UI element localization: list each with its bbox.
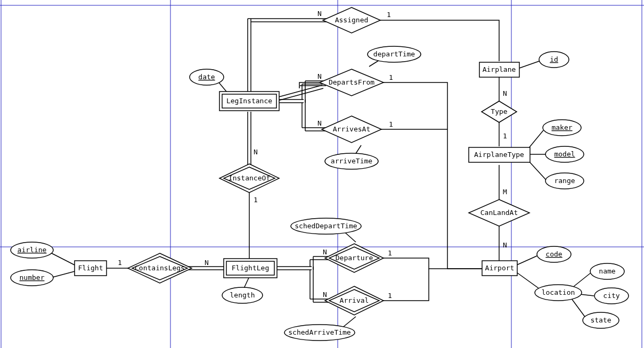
svg-text:Airplane: Airplane [483, 65, 516, 73]
attr-arrivetime: arriveTime [325, 153, 378, 169]
edges: 1 N 1 N N N [51, 10, 594, 331]
entity-leginstance: LegInstance [219, 92, 279, 111]
rel-arrivesat: ArrivesAt [322, 116, 381, 143]
svg-text:departTime: departTime [373, 50, 415, 58]
svg-text:FlightLeg: FlightLeg [232, 264, 269, 272]
attr-departtime: departTime [368, 46, 421, 62]
card-1: 1 [118, 259, 122, 267]
svg-text:LegInstance: LegInstance [226, 97, 272, 105]
svg-text:schedDepartTime: schedDepartTime [295, 222, 357, 230]
rel-instanceof: InstanceOf [219, 164, 279, 193]
attr-range: range [545, 173, 584, 189]
svg-text:DepartsFrom: DepartsFrom [329, 78, 374, 86]
attr-model: model [545, 146, 584, 162]
attr-location: location [535, 285, 582, 301]
rel-canlandat: CanLandAt [469, 200, 529, 226]
rel-departure: Departure [325, 244, 384, 272]
svg-line-52 [528, 130, 543, 148]
card-1: 1 [388, 249, 392, 257]
svg-text:AirplaneType: AirplaneType [474, 151, 524, 159]
svg-text:code: code [545, 250, 562, 258]
svg-text:Flight: Flight [78, 264, 103, 272]
card-N: N [503, 241, 507, 249]
attr-length: length [222, 287, 263, 303]
svg-text:state: state [590, 316, 611, 324]
rel-departsfrom: DepartsFrom [320, 69, 384, 96]
card-N: N [205, 259, 209, 267]
svg-text:range: range [554, 177, 575, 185]
rel-containslegs: ContainsLegs [128, 253, 192, 283]
svg-text:ContainsLegs: ContainsLegs [135, 264, 185, 272]
svg-text:Assigned: Assigned [335, 16, 369, 24]
svg-line-54 [528, 161, 546, 180]
attr-schedarrivetime: schedArriveTime [284, 325, 355, 341]
rel-arrival: Arrival [325, 286, 384, 315]
card-N: N [323, 248, 327, 256]
svg-text:ArrivesAt: ArrivesAt [333, 125, 370, 133]
card-N: N [503, 89, 507, 97]
attr-date: date [190, 69, 224, 85]
rel-assigned: Assigned [323, 7, 380, 33]
card-1: 1 [503, 132, 507, 140]
attr-city: city [594, 288, 629, 304]
entity-flight: Flight [75, 261, 107, 276]
svg-line-43 [51, 253, 75, 265]
svg-line-44 [51, 271, 75, 278]
card-M: M [503, 188, 507, 196]
svg-line-57 [573, 272, 591, 287]
card-N: N [317, 72, 322, 80]
entity-flightleg: FlightLeg [224, 259, 277, 278]
svg-text:arriveTime: arriveTime [331, 157, 372, 165]
svg-text:Airport: Airport [485, 264, 515, 272]
svg-text:airline: airline [18, 246, 47, 254]
entity-airplane: Airplane [479, 62, 519, 77]
attr-airline: airline [11, 242, 53, 258]
card-1: 1 [389, 73, 393, 81]
svg-text:model: model [554, 150, 575, 158]
attr-state: state [583, 312, 619, 328]
svg-line-55 [517, 255, 538, 265]
svg-text:CanLandAt: CanLandAt [480, 209, 518, 217]
svg-text:length: length [230, 291, 255, 299]
svg-line-14 [278, 88, 323, 101]
card-N: N [317, 119, 322, 127]
attr-number: number [11, 270, 53, 286]
svg-text:Arrival: Arrival [340, 296, 369, 304]
attr-scheddeparttime: schedDepartTime [291, 218, 361, 234]
attr-maker: maker [543, 120, 581, 136]
attr-code: code [537, 246, 571, 262]
svg-line-51 [519, 61, 539, 68]
svg-text:schedArriveTime: schedArriveTime [288, 328, 351, 336]
svg-text:number: number [20, 274, 45, 281]
card-N: N [323, 291, 327, 299]
svg-text:name: name [599, 267, 615, 275]
card-N: N [254, 148, 258, 156]
er-diagram: 1 N 1 N N N [0, 0, 644, 348]
svg-text:Departure: Departure [336, 254, 373, 262]
entity-airport: Airport [482, 261, 517, 276]
card-1: 1 [387, 11, 391, 19]
svg-text:maker: maker [551, 123, 572, 131]
card-1: 1 [389, 120, 393, 128]
attr-name: name [590, 263, 624, 279]
attr-id: id [539, 52, 569, 68]
card-1: 1 [388, 292, 392, 300]
svg-text:id: id [550, 55, 558, 63]
card-1: 1 [254, 196, 258, 204]
svg-line-59 [571, 298, 586, 318]
card-N: N [317, 10, 322, 18]
svg-text:city: city [603, 292, 619, 300]
svg-text:date: date [198, 73, 215, 81]
entity-airplanetype: AirplaneType [469, 147, 530, 162]
svg-text:location: location [542, 288, 575, 296]
svg-text:InstanceOf: InstanceOf [229, 174, 270, 182]
svg-text:Type: Type [491, 107, 507, 115]
